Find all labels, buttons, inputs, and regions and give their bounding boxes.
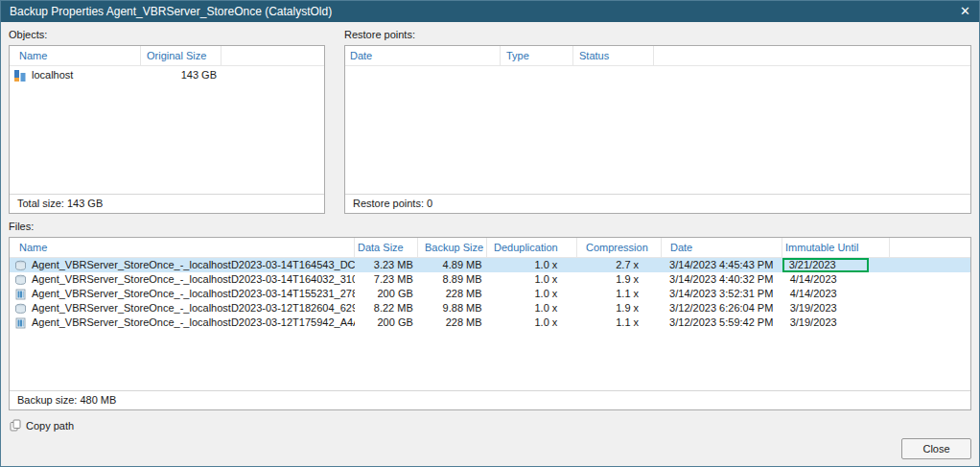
file-date: 3/14/2023 4:45:43 PM [661,258,782,272]
file-immutable-until: 4/14/2023 [782,287,869,301]
files-backup-size: Backup size: 480 MB [10,390,970,409]
file-immutable-until: 3/19/2023 [782,315,869,330]
file-date: 3/14/2023 3:52:31 PM [661,287,782,301]
file-name: Agent_VBRServer_StoreOnce_-_localhostD20… [32,272,355,287]
file-data-size: 200 GB [355,315,418,330]
file-name: Agent_VBRServer_StoreOnce_-_localhostD20… [32,287,355,301]
file-deduplication: 1.0 x [487,301,577,315]
object-original-size: 143 GB [141,66,222,84]
backup-properties-dialog: Backup Properties Agent_VBRServer_StoreO… [0,0,980,467]
file-compression: 1.1 x [576,287,661,301]
file-data-size: 3.23 MB [355,258,418,272]
title-bar: Backup Properties Agent_VBRServer_StoreO… [1,1,979,22]
file-compression: 1.1 x [576,315,661,330]
file-compression: 1.9 x [576,301,661,315]
restore-points-table-header: Date Type Status [345,46,970,66]
vbk-file-icon [14,289,27,300]
restore-points-table-body [345,66,970,194]
files-col-data-size[interactable]: Data Size [355,238,418,257]
files-col-backup-size[interactable]: Backup Size [418,238,487,257]
file-deduplication: 1.0 x [487,272,577,287]
restore-col-status[interactable]: Status [573,46,654,65]
restore-points-count: Restore points: 0 [345,194,970,213]
file-date: 3/12/2023 6:26:04 PM [661,301,782,315]
objects-label: Objects: [9,22,325,45]
files-header-filler [890,238,970,257]
restore-header-filler [654,46,970,65]
dialog-content: Objects: Name Original Size [1,22,979,467]
file-row[interactable]: Agent_VBRServer_StoreOnce_-_localhostD20… [10,301,970,315]
host-icon [13,69,27,82]
close-button[interactable]: Close [901,438,971,459]
file-row[interactable]: Agent_VBRServer_StoreOnce_-_localhostD20… [10,287,970,301]
vib-file-icon [14,303,27,315]
file-backup-size: 4.89 MB [418,258,487,272]
file-name: Agent_VBRServer_StoreOnce_-_localhostD20… [32,258,355,272]
window-close-icon[interactable]: ✕ [960,1,970,22]
file-backup-size: 8.89 MB [418,272,487,287]
files-col-name[interactable]: Name [10,238,355,257]
objects-table-body: localhost 143 GB [10,66,324,194]
file-deduplication: 1.0 x [487,258,577,272]
restore-col-type[interactable]: Type [501,46,573,65]
file-name: Agent_VBRServer_StoreOnce_-_localhostD20… [32,315,355,330]
file-date: 3/14/2023 4:40:32 PM [661,272,782,287]
files-table: Name Data Size Backup Size Deduplication… [9,237,971,410]
file-immutable-until: 3/21/2023 [782,258,869,272]
objects-header-filler [222,46,324,65]
objects-table-header: Name Original Size [10,46,324,66]
window-title: Backup Properties Agent_VBRServer_StoreO… [10,5,332,18]
file-immutable-until: 3/19/2023 [782,301,869,315]
copy-icon [10,419,21,432]
file-name: Agent_VBRServer_StoreOnce_-_localhostD20… [32,301,355,315]
copy-path-button[interactable]: Copy path [10,419,74,432]
files-label: Files: [9,214,971,237]
restore-points-label: Restore points: [344,22,971,45]
vib-file-icon [14,260,27,271]
file-row[interactable]: Agent_VBRServer_StoreOnce_-_localhostD20… [10,258,970,272]
copy-path-label: Copy path [26,420,74,432]
object-name: localhost [32,66,73,84]
files-col-compression[interactable]: Compression [577,238,662,257]
objects-table: Name Original Size [9,45,325,214]
file-compression: 1.9 x [576,272,661,287]
restore-points-table: Date Type Status Restore points: 0 [344,45,971,214]
file-backup-size: 228 MB [418,287,487,301]
object-row-localhost[interactable]: localhost 143 GB [10,66,324,84]
file-backup-size: 9.88 MB [418,301,487,315]
file-data-size: 7.23 MB [355,272,418,287]
objects-total-size: Total size: 143 GB [10,194,324,213]
objects-col-name[interactable]: Name [10,46,141,65]
objects-panel: Objects: Name Original Size [9,22,325,214]
vib-file-icon [14,274,27,286]
file-data-size: 8.22 MB [355,301,418,315]
file-row[interactable]: Agent_VBRServer_StoreOnce_-_localhostD20… [10,315,970,330]
vbk-file-icon [14,317,27,329]
files-table-header: Name Data Size Backup Size Deduplication… [10,238,970,258]
file-row[interactable]: Agent_VBRServer_StoreOnce_-_localhostD20… [10,272,970,287]
file-compression: 2.7 x [576,258,661,272]
files-col-deduplication[interactable]: Deduplication [487,238,577,257]
file-backup-size: 228 MB [418,315,487,330]
restore-col-date[interactable]: Date [345,46,501,65]
files-col-immutable-until[interactable]: Immutable Until [782,238,890,257]
files-col-date[interactable]: Date [662,238,782,257]
files-table-body: Agent_VBRServer_StoreOnce_-_localhostD20… [10,258,970,390]
file-deduplication: 1.0 x [487,315,577,330]
file-immutable-until: 4/14/2023 [782,272,869,287]
file-date: 3/12/2023 5:59:42 PM [661,315,782,330]
file-deduplication: 1.0 x [487,287,577,301]
restore-points-panel: Restore points: Date Type Status Restore… [344,22,971,214]
objects-col-original-size[interactable]: Original Size [141,46,222,65]
file-data-size: 200 GB [355,287,418,301]
